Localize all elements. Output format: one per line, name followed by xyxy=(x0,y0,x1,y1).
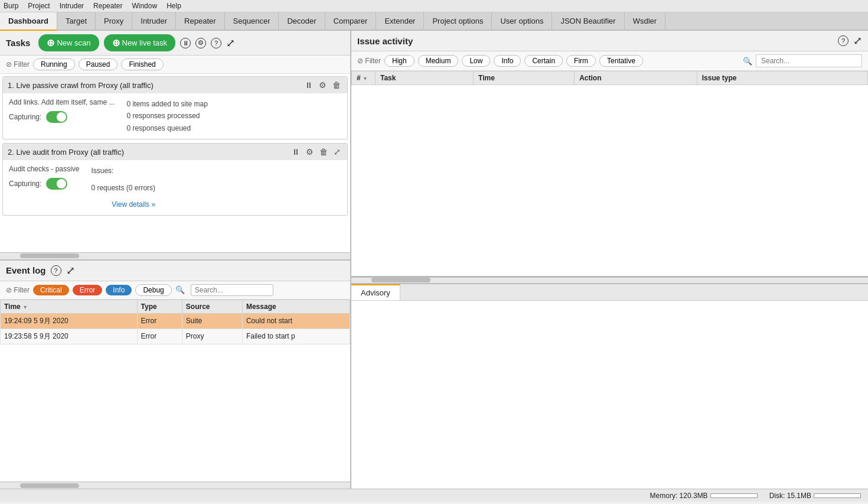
issue-filter-high[interactable]: High xyxy=(384,55,415,67)
issue-col-time[interactable]: Time xyxy=(474,71,575,85)
expand-icon[interactable]: ⤢ xyxy=(226,37,235,50)
issue-col-task[interactable]: Task xyxy=(376,71,474,85)
filter-running[interactable]: Running xyxy=(33,58,75,70)
tab-comparer[interactable]: Comparer xyxy=(325,12,377,30)
task-1-settings-btn[interactable]: ⚙ xyxy=(317,80,328,90)
issue-filter-low[interactable]: Low xyxy=(462,55,490,67)
menu-project[interactable]: Project xyxy=(28,2,50,10)
issue-col-hash[interactable]: # ▼ xyxy=(352,71,376,85)
eventlog-filter-icon[interactable]: ⊘ Filter xyxy=(6,286,30,294)
eventlog-tbody: 19:24:09 5 9月 2020ErrorSuiteCould not st… xyxy=(1,313,350,344)
eventlog-title: Event log xyxy=(6,265,46,275)
task-1-pause-btn[interactable]: ⏸ xyxy=(303,80,315,90)
tab-target[interactable]: Target xyxy=(57,12,96,30)
eventlog-expand-icon[interactable]: ⤢ xyxy=(66,264,75,277)
issue-col-type[interactable]: Issue type xyxy=(697,71,867,85)
eventlog-cell-type: Error xyxy=(137,313,182,329)
issue-filter-medium[interactable]: Medium xyxy=(418,55,459,67)
tab-proxy[interactable]: Proxy xyxy=(96,12,132,30)
issue-search-input[interactable] xyxy=(756,54,862,67)
tab-user-options[interactable]: User options xyxy=(492,12,552,30)
issue-filter-info[interactable]: Info xyxy=(494,55,521,67)
col-message[interactable]: Message xyxy=(242,300,350,313)
filter-paused[interactable]: Paused xyxy=(79,58,118,70)
filter-critical[interactable]: Critical xyxy=(33,285,69,295)
issue-help-icon[interactable]: ? xyxy=(838,35,849,46)
task-item-1: 1. Live passive crawl from Proxy (all tr… xyxy=(2,76,348,139)
menu-burp[interactable]: Burp xyxy=(4,2,18,10)
eventlog-row[interactable]: 19:23:58 5 9月 2020ErrorProxyFailed to st… xyxy=(1,329,350,344)
tab-bar: Dashboard Target Proxy Intruder Repeater… xyxy=(0,12,868,31)
eventlog-row[interactable]: 19:24:09 5 9月 2020ErrorSuiteCould not st… xyxy=(1,313,350,329)
task-1-toggle[interactable] xyxy=(46,111,67,123)
tab-decoder[interactable]: Decoder xyxy=(279,12,325,30)
issue-filter-tentative[interactable]: Tentative xyxy=(599,55,643,67)
help-icon[interactable]: ? xyxy=(211,38,221,48)
issue-filter-certain[interactable]: Certain xyxy=(524,55,563,67)
right-panel: Issue activity ? ⤢ ⊘ Filter High Medium … xyxy=(351,31,868,489)
eventlog-help-icon[interactable]: ? xyxy=(51,265,61,276)
task-2-capturing-label: Capturing: xyxy=(9,180,41,188)
task-1-header: 1. Live passive crawl from Proxy (all tr… xyxy=(3,77,347,93)
tab-json-beautifier[interactable]: JSON Beautifier xyxy=(552,12,624,30)
issue-col-action[interactable]: Action xyxy=(575,71,697,85)
task-1-title: 1. Live passive crawl from Proxy (all tr… xyxy=(8,81,154,90)
issue-filter-firm[interactable]: Firm xyxy=(566,55,596,67)
issue-expand-icon[interactable]: ⤢ xyxy=(853,34,862,47)
new-scan-button[interactable]: ⊕ New scan xyxy=(38,34,99,51)
status-bar: Memory: 120.3MB Disk: 15.1MB xyxy=(0,489,868,502)
tab-sequencer[interactable]: Sequencer xyxy=(225,12,279,30)
task-1-description: Add links. Add item itself, same ... xyxy=(9,98,115,106)
advisory-tab[interactable]: Advisory xyxy=(351,284,400,300)
pause-icon[interactable]: ⏸ xyxy=(180,38,191,48)
task-2-view-details[interactable]: View details » xyxy=(91,199,155,210)
filter-debug[interactable]: Debug xyxy=(135,284,171,296)
tab-repeater[interactable]: Repeater xyxy=(176,12,224,30)
eventlog-scrollbar[interactable] xyxy=(0,482,350,489)
eventlog-scrollbar-thumb xyxy=(20,483,79,488)
tasks-scrollbar[interactable] xyxy=(0,252,350,259)
tab-extender[interactable]: Extender xyxy=(376,12,424,30)
task-2-title: 2. Live audit from Proxy (all traffic) xyxy=(8,148,124,157)
filter-finished[interactable]: Finished xyxy=(121,58,163,70)
tab-intruder[interactable]: Intruder xyxy=(132,12,176,30)
eventlog-table: Time ▼ Type Source Message 19:24:09 5 9月… xyxy=(0,300,350,344)
tab-project-options[interactable]: Project options xyxy=(424,12,492,30)
issue-hscrollbar-thumb xyxy=(371,278,430,282)
menu-help[interactable]: Help xyxy=(167,2,181,10)
menu-repeater[interactable]: Repeater xyxy=(93,2,122,10)
task-2-settings-btn[interactable]: ⚙ xyxy=(304,147,315,157)
advisory-section: Advisory xyxy=(351,284,868,489)
task-2-toggle[interactable] xyxy=(46,178,67,190)
eventlog-cell-source: Suite xyxy=(182,313,242,329)
eventlog-cell-message: Could not start xyxy=(242,313,350,329)
task-1-delete-btn[interactable]: 🗑 xyxy=(331,80,342,90)
menu-window[interactable]: Window xyxy=(132,2,157,10)
eventlog-section: Event log ? ⤢ ⊘ Filter Critical Error In… xyxy=(0,261,350,489)
tab-wsdler[interactable]: Wsdler xyxy=(625,12,665,30)
issue-filter-icon[interactable]: ⊘ Filter xyxy=(357,57,381,65)
issue-hscrollbar[interactable] xyxy=(351,277,868,284)
task-2-issues-label: Issues: xyxy=(91,165,155,177)
disk-label: Disk: 15.1MB xyxy=(769,492,811,500)
filter-icon[interactable]: ⊘ Filter xyxy=(6,60,30,69)
gear-icon[interactable]: ⚙ xyxy=(195,38,206,48)
task-1-body: Add links. Add item itself, same ... Cap… xyxy=(3,93,347,139)
filter-error[interactable]: Error xyxy=(73,285,103,295)
new-live-task-button[interactable]: ⊕ New live task xyxy=(104,34,176,51)
task-2-link-btn[interactable]: ⤢ xyxy=(332,147,342,157)
eventlog-search-input[interactable] xyxy=(191,284,273,296)
col-type[interactable]: Type xyxy=(137,300,182,313)
tab-dashboard[interactable]: Dashboard xyxy=(0,12,57,31)
task-2-description: Audit checks - passive xyxy=(9,165,79,173)
tasks-list: 1. Live passive crawl from Proxy (all tr… xyxy=(0,74,350,252)
task-item-2: 2. Live audit from Proxy (all traffic) ⏸… xyxy=(2,143,348,216)
filter-info[interactable]: Info xyxy=(106,285,132,295)
task-2-delete-btn[interactable]: 🗑 xyxy=(318,147,329,157)
task-2-pause-btn[interactable]: ⏸ xyxy=(290,147,302,157)
col-time[interactable]: Time ▼ xyxy=(1,300,138,313)
task-1-stat-1: 0 responses processed xyxy=(126,110,207,122)
menu-intruder[interactable]: Intruder xyxy=(60,2,84,10)
col-source[interactable]: Source xyxy=(182,300,242,313)
search-icon: 🔍 xyxy=(175,285,185,294)
